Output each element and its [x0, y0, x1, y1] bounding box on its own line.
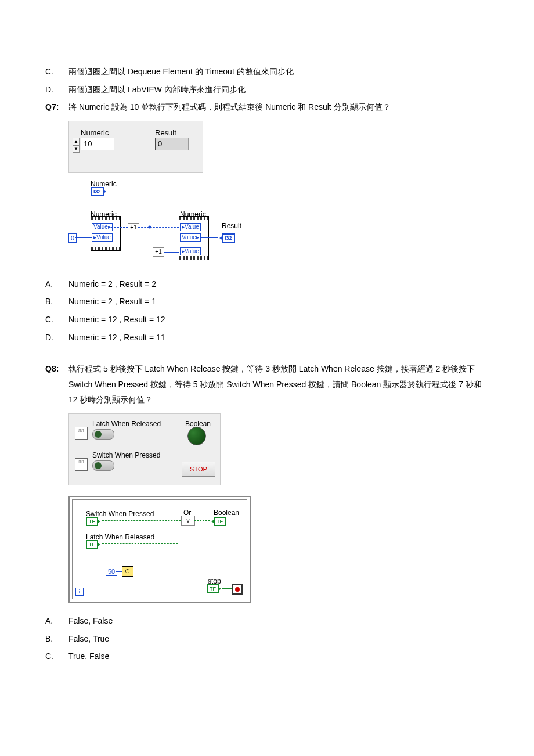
option-label: D. — [45, 330, 68, 345]
increment-icon-2: +1 — [153, 247, 164, 257]
wait-ms-icon: ⏲ — [122, 566, 134, 577]
switch-terminal: TF — [86, 517, 98, 526]
stop-terminal: TF — [207, 584, 219, 593]
result-terminal-label: Result — [222, 219, 241, 233]
option-text: Numeric = 2 , Result = 2 — [68, 276, 489, 292]
option-text: True, False — [68, 649, 489, 664]
latch-mech-icon: ⎍⎍ — [75, 427, 88, 440]
option-text: Numeric = 12 , Result = 11 — [68, 330, 489, 345]
value-in-3: ▸Value — [180, 247, 201, 255]
wire — [201, 237, 218, 238]
result-indicator: 0 — [155, 138, 189, 150]
q7-prompt: Q7: 將 Numeric 設為 10 並執行下列程式碼，則程式結束後 Nume… — [45, 99, 489, 115]
option-text: Numeric = 2 , Result = 1 — [68, 294, 489, 309]
q8-option-b: B. False, True — [45, 631, 489, 647]
option-label: B. — [45, 631, 68, 647]
wire — [164, 252, 179, 253]
q8-front-panel: Latch When Released ⎍⎍ Boolean Switch Wh… — [68, 413, 221, 485]
option-text: False, False — [68, 613, 489, 629]
option-text: False, True — [68, 631, 489, 647]
wire — [194, 520, 210, 521]
option-text: 兩個迴圈之間以 LabVIEW 內部時序來進行同步化 — [68, 82, 489, 98]
option-label: A. — [45, 613, 68, 629]
q8-option-c: C. True, False — [45, 649, 489, 664]
option-label: A. — [45, 276, 68, 292]
result-terminal-icon: I32 — [222, 233, 235, 243]
question-label: Q8: — [45, 361, 68, 408]
boolean-terminal: TF — [214, 517, 226, 526]
switch-mech-icon: ⎍⎍ — [75, 458, 88, 471]
option-text: Numeric = 12 , Result = 12 — [68, 312, 489, 327]
q7-figure: Numeric Result ▲▼ 10 0 Numeric I32 Numer… — [68, 121, 489, 271]
q7-front-panel: Numeric Result ▲▼ 10 0 — [68, 121, 203, 173]
wire — [178, 524, 178, 543]
option-label: C. — [45, 312, 68, 327]
stop-button[interactable]: STOP — [182, 462, 215, 477]
q7-block-diagram: Numeric I32 Numeric Numeric Result Value… — [68, 178, 254, 271]
wire — [75, 237, 92, 238]
stop-condition-icon — [232, 584, 243, 595]
wire — [178, 524, 181, 524]
switch-button[interactable] — [92, 460, 114, 471]
iteration-terminal: i — [75, 588, 84, 596]
q7-option-a: A. Numeric = 2 , Result = 2 — [45, 276, 489, 292]
option-text: 兩個迴圈之間以 Dequeue Element 的 Timeout 的數值來同步… — [68, 64, 489, 80]
question-text: 將 Numeric 設為 10 並執行下列程式碼，則程式結束後 Numeric … — [68, 99, 489, 115]
q7-option-d: D. Numeric = 12 , Result = 11 — [45, 330, 489, 345]
q7-option-c: C. Numeric = 12 , Result = 12 — [45, 312, 489, 327]
wire — [150, 227, 150, 252]
question-label: Q7: — [45, 99, 68, 115]
question-text: 執行程式 5 秒後按下 Latch When Release 按鍵，等待 3 秒… — [68, 361, 489, 408]
q8-prompt: Q8: 執行程式 5 秒後按下 Latch When Release 按鍵，等待… — [45, 361, 489, 408]
numeric-terminal-icon: I32 — [91, 187, 104, 196]
value-in-2: ▸Value — [180, 223, 201, 231]
option-label: C. — [45, 64, 68, 80]
option-d: D. 兩個迴圈之間以 LabVIEW 內部時序來進行同步化 — [45, 82, 489, 98]
latch-button[interactable] — [92, 429, 114, 440]
wire — [111, 227, 128, 228]
wire — [102, 520, 181, 521]
value-in: ▸Value — [92, 233, 113, 242]
value-out: Value▸ — [92, 223, 113, 231]
wire — [116, 571, 122, 572]
numeric-control[interactable]: 10 — [81, 138, 114, 150]
q8-block-diagram: Switch When Pressed TF Latch When Releas… — [68, 496, 251, 603]
option-label: B. — [45, 294, 68, 309]
value-out-2: Value▸ — [180, 233, 201, 242]
zero-constant: 0 — [68, 233, 77, 243]
boolean-led — [187, 427, 206, 445]
option-c: C. 兩個迴圈之間以 Dequeue Element 的 Timeout 的數值… — [45, 64, 489, 80]
page-content: C. 兩個迴圈之間以 Dequeue Element 的 Timeout 的數值… — [0, 0, 534, 701]
numeric-spinner[interactable]: ▲▼ — [73, 138, 80, 150]
q8-option-a: A. False, False — [45, 613, 489, 629]
wire — [138, 227, 179, 228]
wire — [222, 588, 232, 589]
q8-figure: Latch When Released ⎍⎍ Boolean Switch Wh… — [68, 413, 489, 603]
or-icon: v — [181, 516, 195, 526]
increment-icon: +1 — [128, 223, 139, 232]
q7-option-b: B. Numeric = 2 , Result = 1 — [45, 294, 489, 309]
latch-terminal: TF — [86, 540, 98, 549]
option-label: C. — [45, 649, 68, 664]
wire — [102, 543, 178, 544]
option-label: D. — [45, 82, 68, 98]
